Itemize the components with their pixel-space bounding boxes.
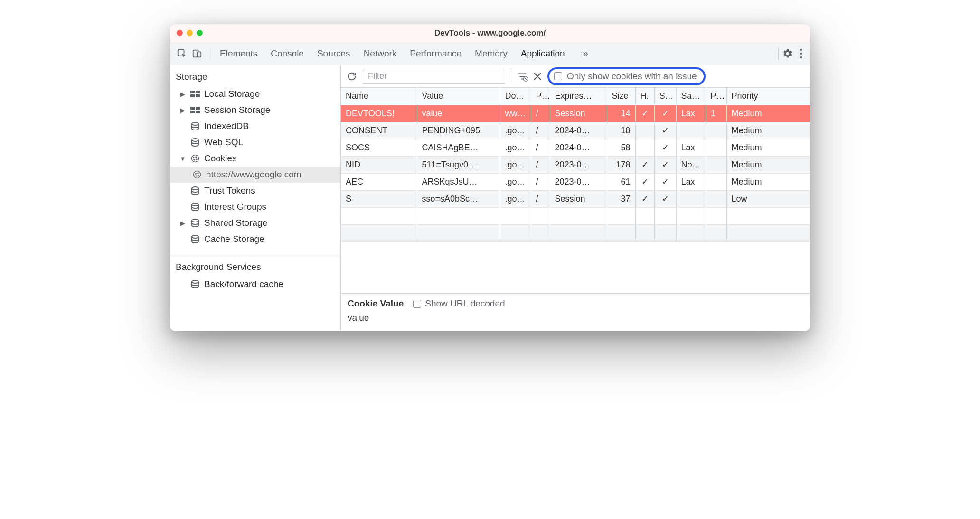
tab-sources[interactable]: Sources <box>317 48 350 59</box>
sidebar-item-label: IndexedDB <box>204 121 249 131</box>
svg-point-30 <box>192 280 198 283</box>
cell-samesite <box>676 122 706 139</box>
table-header-row: Name Value Do… P… Expires… Size H. S… Sa… <box>341 88 810 105</box>
only-issues-checkbox[interactable] <box>554 72 562 80</box>
cell-size: 61 <box>607 173 635 190</box>
svg-point-14 <box>192 122 198 125</box>
svg-point-15 <box>192 139 198 141</box>
tabs-overflow-button[interactable]: » <box>578 48 593 59</box>
svg-point-18 <box>196 157 197 158</box>
svg-point-26 <box>192 187 198 190</box>
tab-console[interactable]: Console <box>271 48 304 59</box>
kebab-menu-icon[interactable] <box>800 48 802 59</box>
sidebar-item-cookies[interactable]: ▼ Cookies <box>170 150 340 167</box>
cell-http: ✓ <box>635 105 654 122</box>
window-title: DevTools - www.google.com/ <box>170 28 810 38</box>
database-icon <box>190 202 200 212</box>
svg-point-22 <box>195 173 196 174</box>
svg-rect-11 <box>196 107 200 110</box>
database-icon <box>190 121 200 131</box>
col-partition[interactable]: P… <box>706 88 726 105</box>
sidebar-item-cookie-origin[interactable]: https://www.google.com <box>170 167 340 183</box>
col-path[interactable]: P… <box>531 88 550 105</box>
cell-priority: Medium <box>726 139 810 156</box>
sidebar-item-interest-groups[interactable]: Interest Groups <box>170 199 340 215</box>
sidebar-item-session-storage[interactable]: ▶ Session Storage <box>170 102 340 118</box>
cell-http: ✓ <box>635 156 654 173</box>
cookies-table[interactable]: Name Value Do… P… Expires… Size H. S… Sa… <box>341 88 810 293</box>
col-value[interactable]: Value <box>417 88 500 105</box>
database-icon <box>190 185 200 196</box>
cookie-value-text: value <box>348 313 803 323</box>
col-httponly[interactable]: H. <box>635 88 654 105</box>
tab-performance[interactable]: Performance <box>410 48 462 59</box>
sidebar-item-label: Cache Storage <box>204 234 264 244</box>
tab-elements[interactable]: Elements <box>220 48 257 59</box>
sidebar-item-label: Session Storage <box>204 105 270 115</box>
cell-expires: Session <box>550 105 607 122</box>
cell-path: / <box>531 190 550 207</box>
table-row[interactable]: SOCSCAISHAgBE….go…/2024-0…58✓LaxMedium <box>341 139 810 156</box>
cell-name: NID <box>341 156 417 173</box>
sidebar-item-local-storage[interactable]: ▶ Local Storage <box>170 86 340 102</box>
tab-application[interactable]: Application <box>521 48 565 59</box>
cell-partition <box>706 173 726 190</box>
refresh-icon[interactable] <box>347 71 357 82</box>
svg-point-25 <box>196 176 197 176</box>
cookies-toolbar: Only show cookies with an issue <box>341 65 810 88</box>
svg-rect-13 <box>196 111 200 113</box>
svg-rect-9 <box>196 94 200 97</box>
sidebar-item-label: Shared Storage <box>204 218 267 228</box>
cookies-panel: Only show cookies with an issue Name Val… <box>341 65 810 331</box>
cell-domain: .go… <box>500 156 531 173</box>
clear-filtered-icon[interactable] <box>517 71 528 82</box>
expand-icon[interactable]: ▶ <box>179 91 186 98</box>
sidebar-item-bf-cache[interactable]: Back/forward cache <box>170 276 340 292</box>
table-row[interactable]: Ssso=sA0bSc….go…/Session37✓✓Low <box>341 190 810 207</box>
col-secure[interactable]: S… <box>654 88 676 105</box>
svg-point-17 <box>193 157 194 158</box>
filter-input[interactable] <box>363 69 505 84</box>
sidebar-item-cache-storage[interactable]: Cache Storage <box>170 231 340 247</box>
cell-http: ✓ <box>635 190 654 207</box>
clear-icon[interactable] <box>533 72 542 81</box>
devtools-tabbar: Elements Console Sources Network Perform… <box>170 42 810 65</box>
col-domain[interactable]: Do… <box>500 88 531 105</box>
expand-icon[interactable]: ▶ <box>179 107 186 114</box>
cell-partition: 1 <box>706 105 726 122</box>
col-expires[interactable]: Expires… <box>550 88 607 105</box>
device-toolbar-icon[interactable] <box>192 48 202 59</box>
col-samesite[interactable]: Sa… <box>676 88 706 105</box>
cell-expires: 2023-0… <box>550 156 607 173</box>
table-row[interactable]: DEVTOOLS!valueww…/Session14✓✓Lax1Medium <box>341 105 810 122</box>
cell-http <box>635 139 654 156</box>
show-url-decoded-checkbox[interactable] <box>413 300 421 308</box>
collapse-icon[interactable]: ▼ <box>179 155 186 162</box>
col-priority[interactable]: Priority <box>726 88 810 105</box>
table-row[interactable]: NID511=Tsugv0….go…/2023-0…178✓✓No…Medium <box>341 156 810 173</box>
inspect-element-icon[interactable] <box>177 48 187 59</box>
table-row[interactable]: CONSENTPENDING+095.go…/2024-0…18✓Medium <box>341 122 810 139</box>
tab-network[interactable]: Network <box>364 48 397 59</box>
svg-line-35 <box>525 78 527 80</box>
tabbar-divider-right <box>778 47 779 60</box>
devtools-tabs: Elements Console Sources Network Perform… <box>213 48 774 59</box>
sidebar-item-shared-storage[interactable]: ▶ Shared Storage <box>170 215 340 231</box>
col-size[interactable]: Size <box>607 88 635 105</box>
sidebar-item-trust-tokens[interactable]: Trust Tokens <box>170 183 340 199</box>
col-name[interactable]: Name <box>341 88 417 105</box>
sidebar-item-indexeddb[interactable]: IndexedDB <box>170 118 340 134</box>
only-issues-callout: Only show cookies with an issue <box>547 67 706 85</box>
settings-icon[interactable] <box>782 48 793 59</box>
svg-point-29 <box>192 235 198 238</box>
cookie-value-label: Cookie Value <box>348 298 404 309</box>
database-icon <box>190 279 200 289</box>
sidebar-item-websql[interactable]: Web SQL <box>170 134 340 150</box>
svg-rect-7 <box>196 91 200 93</box>
table-row[interactable]: AECARSKqsJsU….go…/2023-0…61✓✓LaxMedium <box>341 173 810 190</box>
svg-rect-2 <box>198 52 201 57</box>
expand-icon[interactable]: ▶ <box>179 220 186 227</box>
table-row-empty <box>341 207 810 224</box>
database-icon <box>190 234 200 244</box>
tab-memory[interactable]: Memory <box>475 48 508 59</box>
